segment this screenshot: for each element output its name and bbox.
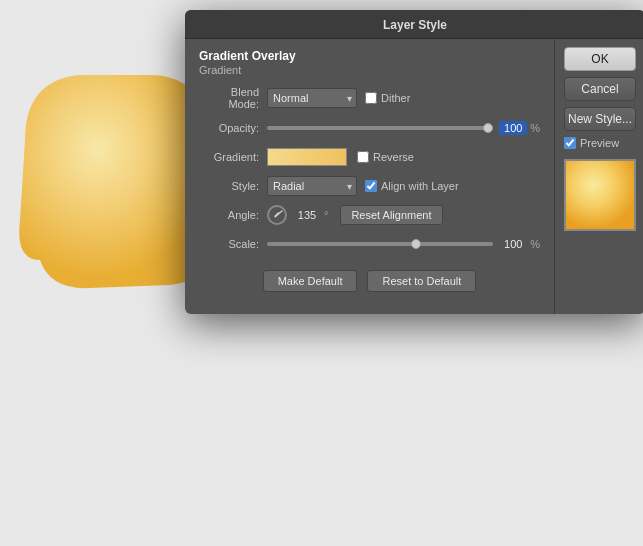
- section-title: Gradient Overlay: [199, 49, 540, 63]
- dialog-title: Layer Style: [383, 18, 447, 32]
- scale-label: Scale:: [199, 238, 267, 250]
- opacity-label: Opacity:: [199, 122, 267, 134]
- gradient-swatch[interactable]: [267, 148, 347, 166]
- blend-mode-row: Blend Mode: Normal Dissolve Multiply Scr…: [199, 86, 540, 110]
- make-default-button[interactable]: Make Default: [263, 270, 358, 292]
- style-dropdown-wrapper[interactable]: Linear Radial Angle Reflected Diamond: [267, 176, 357, 196]
- preview-thumbnail: [564, 159, 636, 231]
- scale-slider-container: 100 %: [267, 238, 540, 250]
- opacity-value: 100: [499, 121, 527, 135]
- layer-style-dialog: Layer Style Gradient Overlay Gradient Bl…: [185, 10, 643, 314]
- scale-slider[interactable]: [267, 242, 493, 246]
- align-layer-checkbox-group: Align with Layer: [365, 180, 459, 192]
- section-subtitle: Gradient: [199, 64, 540, 76]
- dialog-right-panel: OK Cancel New Style... Preview: [555, 39, 643, 314]
- svg-rect-1: [566, 161, 634, 229]
- gradient-label: Gradient:: [199, 151, 267, 163]
- angle-row: Angle: 135 ° Reset Alignment: [199, 204, 540, 226]
- preview-label[interactable]: Preview: [580, 137, 619, 149]
- reverse-checkbox[interactable]: [357, 151, 369, 163]
- canvas-area: 思缘设计论坛 www.missyuan.com Layer Style Grad…: [0, 0, 643, 546]
- opacity-row: Opacity: 100 %: [199, 117, 540, 139]
- preview-checkbox-row: Preview: [564, 137, 636, 149]
- angle-dial[interactable]: [267, 205, 287, 225]
- style-select[interactable]: Linear Radial Angle Reflected Diamond: [267, 176, 357, 196]
- angle-value: 135: [293, 209, 321, 221]
- svg-line-0: [277, 211, 282, 215]
- preview-checkbox[interactable]: [564, 137, 576, 149]
- reverse-label[interactable]: Reverse: [373, 151, 414, 163]
- align-with-layer-checkbox[interactable]: [365, 180, 377, 192]
- new-style-button[interactable]: New Style...: [564, 107, 636, 131]
- opacity-unit: %: [530, 122, 540, 134]
- dither-checkbox-group: Dither: [365, 92, 410, 104]
- angle-label: Angle:: [199, 209, 267, 221]
- opacity-slider[interactable]: [267, 126, 493, 130]
- dither-label[interactable]: Dither: [381, 92, 410, 104]
- dither-checkbox[interactable]: [365, 92, 377, 104]
- cancel-button[interactable]: Cancel: [564, 77, 636, 101]
- dialog-titlebar: Layer Style: [185, 10, 643, 39]
- scale-row: Scale: 100 %: [199, 233, 540, 255]
- scale-value: 100: [499, 238, 527, 250]
- bottom-buttons: Make Default Reset to Default: [199, 262, 540, 302]
- reset-alignment-button[interactable]: Reset Alignment: [340, 205, 442, 225]
- blend-mode-select[interactable]: Normal Dissolve Multiply Screen Overlay: [267, 88, 357, 108]
- style-row: Style: Linear Radial Angle Reflected Dia…: [199, 175, 540, 197]
- blend-mode-label: Blend Mode:: [199, 86, 267, 110]
- opacity-slider-container: 100 %: [267, 121, 540, 135]
- style-label: Style:: [199, 180, 267, 192]
- ok-button[interactable]: OK: [564, 47, 636, 71]
- align-with-layer-label[interactable]: Align with Layer: [381, 180, 459, 192]
- reverse-checkbox-group: Reverse: [357, 151, 414, 163]
- blend-mode-dropdown-wrapper[interactable]: Normal Dissolve Multiply Screen Overlay: [267, 88, 357, 108]
- scale-unit: %: [530, 238, 540, 250]
- reset-to-default-button[interactable]: Reset to Default: [367, 270, 476, 292]
- dialog-left-panel: Gradient Overlay Gradient Blend Mode: No…: [185, 39, 555, 314]
- angle-unit: °: [324, 209, 328, 221]
- gradient-row: Gradient: Reverse: [199, 146, 540, 168]
